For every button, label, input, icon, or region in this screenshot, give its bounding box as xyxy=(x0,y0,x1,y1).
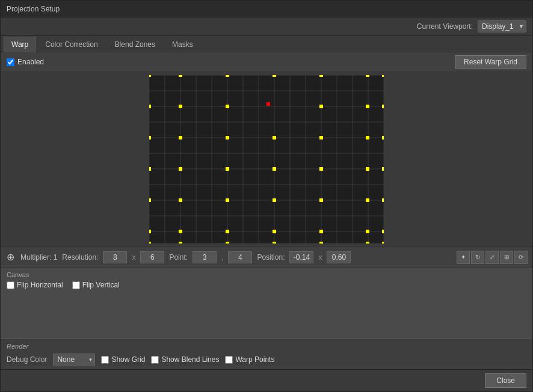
position-sep: x xyxy=(318,253,322,262)
enabled-label: Enabled xyxy=(17,58,44,66)
flip-horizontal-checkbox[interactable] xyxy=(7,281,14,289)
svg-rect-51 xyxy=(179,167,182,171)
warp-grid-canvas[interactable] xyxy=(149,75,384,243)
viewport-select[interactable]: Display_1 Display_2 xyxy=(478,20,526,32)
svg-rect-62 xyxy=(366,198,369,202)
title-bar: Projection Setup xyxy=(1,1,532,17)
svg-rect-44 xyxy=(179,136,182,139)
position-y-input[interactable] xyxy=(327,251,351,263)
debug-color-select[interactable]: None Red Green Blue xyxy=(53,354,95,366)
svg-rect-29 xyxy=(149,75,151,77)
flip-vertical-label[interactable]: Flip Vertical xyxy=(72,281,120,289)
svg-rect-67 xyxy=(273,230,276,233)
point-sep: , xyxy=(221,253,223,262)
viewport-label: Current Viewport: xyxy=(417,22,473,31)
close-button[interactable]: Close xyxy=(485,373,526,388)
viewport-select-wrapper[interactable]: Display_1 Display_2 xyxy=(478,20,526,32)
top-bar: Current Viewport: Display_1 Display_2 xyxy=(1,17,532,36)
show-blend-lines-checkbox[interactable] xyxy=(151,356,159,364)
projection-setup-window: Projection Setup Current Viewport: Displ… xyxy=(0,0,533,392)
svg-rect-66 xyxy=(226,230,229,233)
svg-rect-61 xyxy=(319,198,323,202)
svg-rect-65 xyxy=(179,230,182,233)
svg-rect-0 xyxy=(149,75,384,243)
svg-rect-30 xyxy=(179,75,182,77)
tool-icon-group: ✦ ↻ ⤢ ⊞ ⟳ xyxy=(457,251,528,264)
svg-rect-32 xyxy=(273,75,276,77)
svg-rect-74 xyxy=(273,242,276,243)
tab-bar: Warp Color Correction Blend Zones Masks xyxy=(1,36,532,52)
warp-points-checkbox[interactable] xyxy=(225,356,233,364)
svg-rect-50 xyxy=(149,167,151,171)
svg-rect-34 xyxy=(366,75,369,77)
svg-rect-59 xyxy=(226,198,229,202)
content-area: Current Viewport: Display_1 Display_2 Wa… xyxy=(1,17,532,391)
point-x-input[interactable] xyxy=(193,251,217,263)
resolution-x-input[interactable] xyxy=(103,251,127,263)
tool-icon-4[interactable]: ⊞ xyxy=(500,251,513,264)
enabled-checkbox-label[interactable]: Enabled xyxy=(7,58,44,66)
svg-rect-63 xyxy=(382,198,384,202)
show-blend-lines-label[interactable]: Show Blend Lines xyxy=(151,355,219,364)
flip-vertical-text: Flip Vertical xyxy=(82,281,120,289)
position-x-input[interactable] xyxy=(289,251,313,263)
resolution-label: Resolution: xyxy=(62,253,98,262)
svg-rect-35 xyxy=(382,75,384,77)
close-bar: Close xyxy=(1,369,532,391)
svg-rect-42 xyxy=(382,105,384,108)
reset-warp-grid-button[interactable]: Reset Warp Grid xyxy=(455,55,526,69)
tool-icon-1[interactable]: ✦ xyxy=(457,251,470,264)
point-y-input[interactable] xyxy=(228,251,252,263)
tab-color-correction[interactable]: Color Correction xyxy=(37,37,105,52)
svg-rect-58 xyxy=(179,198,182,202)
enabled-checkbox[interactable] xyxy=(7,58,14,66)
move-icon[interactable]: ⊕ xyxy=(5,250,16,264)
svg-rect-33 xyxy=(319,75,323,77)
warp-toolbar: Enabled Reset Warp Grid xyxy=(1,52,532,72)
svg-rect-31 xyxy=(226,75,229,77)
tool-icon-2[interactable]: ↻ xyxy=(471,251,484,264)
show-blend-lines-text: Show Blend Lines xyxy=(161,355,219,364)
show-grid-checkbox[interactable] xyxy=(101,356,109,364)
svg-rect-37 xyxy=(179,105,182,108)
debug-color-select-wrapper[interactable]: None Red Green Blue xyxy=(53,354,95,366)
svg-rect-72 xyxy=(179,242,182,243)
canvas-section-title: Canvas xyxy=(7,271,526,278)
svg-rect-52 xyxy=(226,167,229,171)
resolution-sep: x xyxy=(132,253,135,262)
show-grid-label[interactable]: Show Grid xyxy=(101,355,145,364)
warp-grid-svg xyxy=(149,75,384,243)
main-area: Enabled Reset Warp Grid xyxy=(1,52,532,391)
flip-vertical-checkbox[interactable] xyxy=(72,281,80,289)
render-section: Render Debug Color None Red Green Blue S… xyxy=(1,338,532,369)
render-row: Debug Color None Red Green Blue Show Gri… xyxy=(7,354,526,366)
spacer xyxy=(1,293,532,338)
svg-rect-38 xyxy=(226,105,229,108)
svg-rect-45 xyxy=(226,136,229,139)
tab-blend-zones[interactable]: Blend Zones xyxy=(107,37,163,52)
svg-rect-69 xyxy=(366,230,369,233)
resolution-y-input[interactable] xyxy=(140,251,164,263)
svg-rect-73 xyxy=(226,242,229,243)
grid-area xyxy=(1,72,532,247)
tool-icon-5[interactable]: ⟳ xyxy=(514,251,528,264)
canvas-checkbox-row: Flip Horizontal Flip Vertical xyxy=(7,281,526,289)
svg-rect-43 xyxy=(149,136,151,139)
flip-horizontal-label[interactable]: Flip Horizontal xyxy=(7,281,63,289)
svg-rect-76 xyxy=(366,242,369,243)
svg-rect-46 xyxy=(273,136,276,139)
svg-rect-57 xyxy=(149,198,151,202)
multiplier-label: Multiplier: 1 xyxy=(20,253,57,262)
svg-rect-77 xyxy=(382,242,384,243)
position-label: Position: xyxy=(257,253,285,262)
warp-points-label[interactable]: Warp Points xyxy=(225,355,274,364)
tab-masks[interactable]: Masks xyxy=(164,37,201,52)
controls-bar: ⊕ Multiplier: 1 Resolution: x Point: , P… xyxy=(1,247,532,268)
tool-icon-3[interactable]: ⤢ xyxy=(485,251,499,264)
svg-rect-39 xyxy=(266,102,270,106)
window-title: Projection Setup xyxy=(7,5,60,13)
svg-rect-47 xyxy=(319,136,323,139)
flip-horizontal-text: Flip Horizontal xyxy=(17,281,63,289)
tab-warp[interactable]: Warp xyxy=(4,37,36,52)
warp-points-text: Warp Points xyxy=(235,355,274,364)
